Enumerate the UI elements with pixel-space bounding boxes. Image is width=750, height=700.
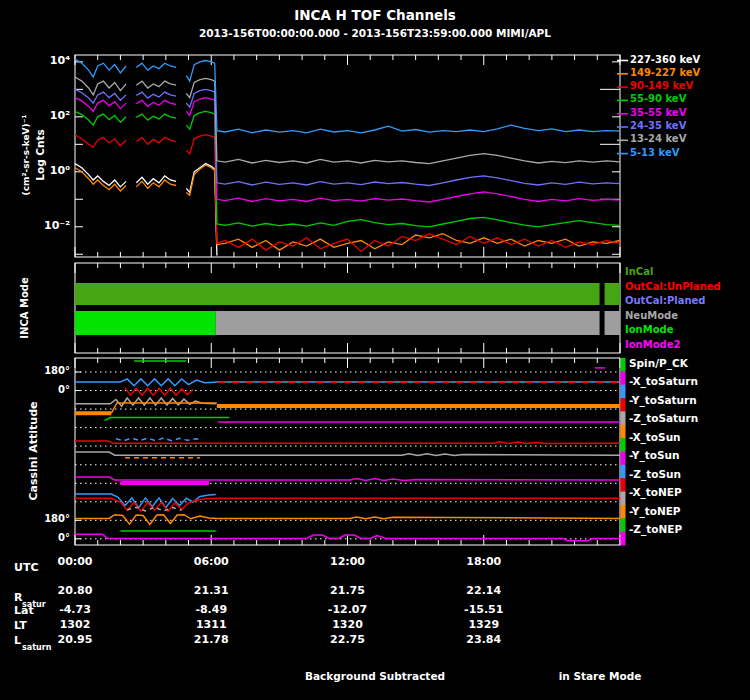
ephemeris-value: 21.31 — [179, 585, 243, 596]
mode-bar-incal — [605, 283, 620, 305]
top-panel-ylabel-units: (cm²-sr-s-keV)⁻¹ — [22, 115, 31, 196]
series-227-360-kev-line — [75, 164, 217, 256]
attitude-ytick-label: 180° — [36, 514, 70, 524]
log-ytick-label: 10² — [34, 110, 70, 121]
ephemeris-value: 1302 — [43, 619, 107, 630]
mode-bar-neumode — [216, 311, 600, 335]
ephemeris-value: 21.78 — [179, 634, 243, 645]
ephemeris-value: 1311 — [179, 619, 243, 630]
attitude-legend--Z-toSun: -Z_toSun — [629, 469, 681, 480]
attitude-legend--X-toNEP: -X_toNEP — [629, 487, 682, 498]
mode-bar-ionmode — [75, 311, 216, 335]
ephemeris-value: 23.84 — [452, 634, 516, 645]
mode-bar-incal — [75, 283, 600, 305]
ephemeris-value: 1329 — [452, 619, 516, 630]
attitude-legend--Z-toNEP: -Z_toNEP — [629, 524, 682, 535]
series-35-55-kev-line — [75, 98, 620, 202]
ephemeris-value: 22.14 — [452, 585, 516, 596]
mode-bar-neumode — [605, 311, 620, 335]
ephemeris-value: -8.49 — [179, 604, 243, 615]
attitude-legend--Z-toSaturn: -Z_toSaturn — [629, 413, 698, 424]
attitude-legend--Y-toSun: -Y_toSun — [629, 450, 679, 461]
ephemeris-row-sublabel: saturn — [22, 644, 51, 652]
attitude-panel-ylabel: Cassini Attitude — [28, 401, 39, 500]
mode-panel-frame — [75, 263, 620, 353]
ephemeris-value: 22.75 — [316, 634, 380, 645]
series-149-227-kev-line — [75, 165, 620, 250]
attitude-trace — [116, 438, 202, 441]
attitude-trace — [125, 388, 193, 396]
top-legend-13-24-keV: 13-24 keV — [630, 134, 686, 144]
attitude-trace — [111, 403, 217, 413]
attitude-color-stack — [621, 411, 626, 425]
attitude-legend--X-toSaturn: -X_toSaturn — [629, 376, 698, 387]
top-legend-55-90-keV: 55-90 keV — [630, 94, 686, 104]
utc-axis-label: UTC — [14, 562, 39, 573]
attitude-color-stack — [621, 478, 626, 492]
attitude-panel-frame — [75, 358, 620, 545]
attitude-color-stack — [621, 532, 626, 546]
series-55-90-kev-line — [75, 111, 620, 227]
utc-tick-label: 12:00 — [318, 556, 378, 567]
attitude-color-stack — [621, 518, 626, 532]
attitude-color-stack — [621, 398, 626, 412]
mode-legend-IonMode: IonMode — [625, 325, 673, 335]
top-legend-90-149-keV: 90-149 keV — [630, 81, 693, 91]
top-legend-227-360-keV: 227-360 keV — [630, 55, 700, 65]
attitude-color-stack — [621, 465, 626, 479]
attitude-ytick-label: 180° — [36, 366, 70, 376]
attitude-legend--Y-toSaturn: -Y_toSaturn — [629, 395, 697, 406]
attitude-ytick-label: 0° — [36, 533, 70, 543]
attitude-legend--Y-toNEP: -Y_toNEP — [629, 506, 681, 517]
ephemeris-value: -12.07 — [316, 604, 380, 615]
page-title: INCA H TOF Channels — [294, 9, 456, 23]
log-ytick-label: 10⁴ — [34, 55, 70, 66]
attitude-trace — [75, 452, 620, 456]
top-legend-5-13-keV: 5-13 keV — [630, 148, 679, 158]
mode-legend-NeuMode: NeuMode — [625, 311, 678, 321]
mode-legend-OutCal-Planed: OutCal:Planed — [625, 296, 705, 306]
utc-tick-label: 18:00 — [454, 556, 514, 567]
log-ytick-label: 10⁻² — [34, 220, 70, 231]
ephemeris-row-label: L — [14, 635, 21, 646]
attitude-trace — [75, 515, 620, 525]
attitude-trace — [75, 441, 620, 444]
ephemeris-row-label: Lat — [14, 605, 34, 616]
utc-tick-label: 00:00 — [45, 556, 105, 567]
mode-panel-ylabel: INCA Mode — [20, 277, 30, 338]
top-legend-35-55-keV: 35-55 keV — [630, 108, 686, 118]
plot-stage: INCA H TOF Channels 2013-156T00:00:00.00… — [0, 0, 750, 700]
attitude-color-stack — [621, 385, 626, 399]
attitude-legend-Spin-P-CK: Spin/P_CK — [629, 358, 688, 369]
ephemeris-value: -15.51 — [452, 604, 516, 615]
attitude-color-stack — [621, 438, 626, 452]
attitude-trace — [105, 418, 230, 421]
footer-background-subtracted: Background Subtracted — [305, 671, 445, 682]
ephemeris-value: -4.73 — [43, 604, 107, 615]
footer-stare-mode: in Stare Mode — [559, 671, 642, 682]
attitude-color-stack — [621, 371, 626, 385]
ephemeris-row-label: LT — [14, 620, 27, 631]
attitude-color-stack — [621, 492, 626, 506]
ephemeris-value: 20.95 — [43, 634, 107, 645]
ephemeris-value: 20.80 — [43, 585, 107, 596]
attitude-ytick-label: 0° — [36, 385, 70, 395]
utc-tick-label: 06:00 — [181, 556, 241, 567]
mode-legend-IonMode2: IonMode2 — [625, 340, 680, 350]
mode-legend-InCal: InCal — [625, 267, 653, 277]
attitude-color-stack — [621, 358, 626, 372]
ephemeris-value: 1320 — [316, 619, 380, 630]
mode-legend-OutCal-UnPlaned: OutCal:UnPlaned — [625, 282, 721, 292]
log-ytick-label: 10⁰ — [34, 165, 70, 176]
top-legend-149-227-keV: 149-227 keV — [630, 68, 700, 78]
ephemeris-value: 21.75 — [316, 585, 380, 596]
series-90-149-kev-line — [75, 135, 620, 252]
attitude-color-stack — [621, 452, 626, 466]
top-legend-24-35-keV: 24-35 keV — [630, 121, 686, 131]
attitude-trace — [75, 398, 216, 406]
series-13-24-kev-line — [75, 77, 620, 164]
attitude-color-stack — [621, 425, 626, 439]
attitude-legend--X-toSun: -X_toSun — [629, 432, 681, 443]
attitude-color-stack — [621, 505, 626, 519]
attitude-trace — [75, 477, 620, 480]
